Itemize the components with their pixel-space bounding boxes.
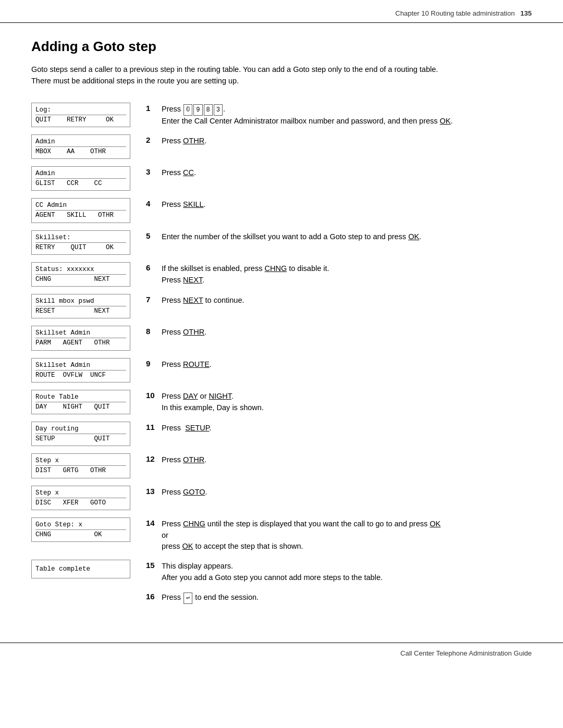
screen-display-3: AdminGLIST CCR CC: [31, 166, 130, 191]
night-key-ref: NIGHT: [209, 392, 232, 400]
step-number: 14: [146, 517, 162, 527]
page-number: 135: [520, 9, 532, 17]
step-content-12: 12 Press OTHR.: [146, 453, 532, 466]
step-number: 2: [146, 134, 162, 144]
othr-key-ref: OTHR: [183, 137, 204, 145]
setup-key-ref: SETUP: [185, 424, 209, 432]
screen-display-4: CC AdminAGENT SKILL OTHR: [31, 198, 130, 223]
lcd-line1: Status: xxxxxxx: [35, 265, 126, 275]
ok-key-ref: OK: [440, 117, 451, 125]
step-content-14: 14 Press CHNG until the step is displaye…: [146, 517, 532, 552]
step-text: Press ©983.Enter the Call Center Adminis…: [162, 103, 532, 127]
key-3: 3: [214, 104, 223, 116]
step-text: Press OTHR.: [162, 134, 532, 147]
step-content-7: 7 Press NEXT to continue.: [146, 294, 532, 306]
step-number: 5: [146, 230, 162, 240]
key-9: 9: [193, 104, 202, 116]
lcd-screen: Step xDIST GRTG OTHR: [31, 453, 130, 478]
lcd-line1: Skillset Admin: [35, 328, 126, 338]
screen-display-13: Step xDISC XFER GOTO: [31, 486, 130, 510]
lcd-line2: CHNG OK: [35, 530, 126, 539]
lcd-line2: RETRY QUIT OK: [35, 243, 126, 252]
lcd-line2: DISC XFER GOTO: [35, 498, 126, 508]
lcd-single-line: Table complete: [35, 562, 126, 576]
step-text: Press CHNG until the step is displayed t…: [162, 517, 532, 552]
step-row: Table complete 15 This display appears.A…: [31, 560, 532, 584]
lcd-screen: Day routingSETUP QUIT: [31, 422, 130, 446]
step-number: 8: [146, 326, 162, 336]
next-key-ref: NEXT: [183, 296, 203, 304]
page-footer: Call Center Telephone Administration Gui…: [0, 643, 563, 663]
lcd-line2: QUIT RETRY OK: [35, 115, 126, 125]
step-content-4: 4 Press SKILL.: [146, 198, 532, 211]
lcd-line1: Skill mbox pswd: [35, 297, 126, 306]
screen-display-12: Step xDIST GRTG OTHR: [31, 453, 130, 478]
step-content-10: 10 Press DAY or NIGHT.In this example, D…: [146, 390, 532, 414]
step-text: Press OTHR.: [162, 453, 532, 466]
lcd-screen: Route TableDAY NIGHT QUIT: [31, 390, 130, 414]
step-number: 16: [146, 591, 162, 601]
lcd-line2: RESET NEXT: [35, 306, 126, 316]
screen-display-2: AdminMBOX AA OTHR: [31, 134, 130, 159]
lcd-line2: SETUP QUIT: [35, 434, 126, 443]
step-text: If the skillset is enabled, press CHNG t…: [162, 262, 532, 286]
step-number: 10: [146, 390, 162, 400]
lcd-screen: CC AdminAGENT SKILL OTHR: [31, 198, 130, 223]
footer-text: Call Center Telephone Administration Gui…: [400, 649, 532, 657]
step-number: 3: [146, 166, 162, 176]
lcd-screen: AdminGLIST CCR CC: [31, 166, 130, 191]
step-number: 4: [146, 198, 162, 208]
step-content-15: 15 This display appears.After you add a …: [146, 560, 532, 584]
step-content-6: 6 If the skillset is enabled, press CHNG…: [146, 262, 532, 286]
step-number: 7: [146, 294, 162, 304]
step-row: Route TableDAY NIGHT QUIT 10 Press DAY o…: [31, 390, 532, 414]
lcd-line1: Log:: [35, 105, 126, 115]
screen-display-5: Skillset:RETRY QUIT OK: [31, 230, 130, 255]
step-text: Press NEXT to continue.: [162, 294, 532, 306]
step-text: Press OTHR.: [162, 326, 532, 338]
lcd-screen: Skillset:RETRY QUIT OK: [31, 230, 130, 255]
step-number: 1: [146, 103, 162, 113]
lcd-screen: Status: xxxxxxxCHNG NEXT: [31, 262, 130, 287]
lcd-line1: Admin: [35, 137, 126, 147]
step-content-11: 11 Press SETUP.: [146, 422, 532, 434]
screen-display-1: Log:QUIT RETRY OK: [31, 103, 130, 127]
step-content-5: 5 Enter the number of the skillset you w…: [146, 230, 532, 243]
lcd-line1: Route Table: [35, 392, 126, 402]
intro-paragraph: Goto steps send a caller to a previous s…: [31, 64, 459, 87]
key-c: ©: [183, 104, 192, 116]
step-content-13: 13 Press GOTO.: [146, 486, 532, 498]
screen-display-7: Skill mbox pswdRESET NEXT: [31, 294, 130, 318]
step-number: 12: [146, 453, 162, 463]
page-title: Adding a Goto step: [31, 39, 532, 55]
step-content-2: 2 Press OTHR.: [146, 134, 532, 147]
next-key-ref: NEXT: [183, 276, 202, 284]
lcd-screen: Skillset AdminROUTE OVFLW UNCF: [31, 358, 130, 382]
day-key-ref: DAY: [183, 392, 198, 400]
screen-display-10: Route TableDAY NIGHT QUIT: [31, 390, 130, 414]
step-row: AdminMBOX AA OTHR 2 Press OTHR.: [31, 134, 532, 159]
step-row: CC AdminAGENT SKILL OTHR 4 Press SKILL.: [31, 198, 532, 223]
lcd-line2: DAY NIGHT QUIT: [35, 402, 126, 412]
step-row: Status: xxxxxxxCHNG NEXT 6 If the skills…: [31, 262, 532, 287]
header-chapter: Chapter 10 Routing table administration …: [395, 9, 532, 17]
goto-key-ref: GOTO: [183, 488, 205, 496]
chng-key-ref: CHNG: [264, 264, 287, 273]
step-content-1: 1 Press ©983.Enter the Call Center Admin…: [146, 103, 532, 127]
screen-display-9: Skillset AdminROUTE OVFLW UNCF: [31, 358, 130, 382]
lcd-line1: Admin: [35, 169, 126, 179]
lcd-line2: AGENT SKILL OTHR: [35, 211, 126, 220]
step-content-16: 16 Press ↩ to end the session.: [146, 591, 532, 604]
key-8: 8: [204, 104, 213, 116]
step-number: 9: [146, 358, 162, 368]
lcd-line1: Goto Step: x: [35, 520, 126, 530]
step-content-9: 9 Press ROUTE.: [146, 358, 532, 371]
step-text: Press CC.: [162, 166, 532, 179]
step-row: Skill mbox pswdRESET NEXT 7 Press NEXT t…: [31, 294, 532, 318]
step-text: Press DAY or NIGHT.In this example, Day …: [162, 390, 532, 414]
route-key-ref: ROUTE: [183, 360, 210, 368]
lcd-screen: Log:QUIT RETRY OK: [31, 103, 130, 127]
page: Chapter 10 Routing table administration …: [0, 0, 563, 663]
lcd-line2: DIST GRTG OTHR: [35, 466, 126, 475]
step-row: Skillset AdminROUTE OVFLW UNCF 9 Press R…: [31, 358, 532, 382]
